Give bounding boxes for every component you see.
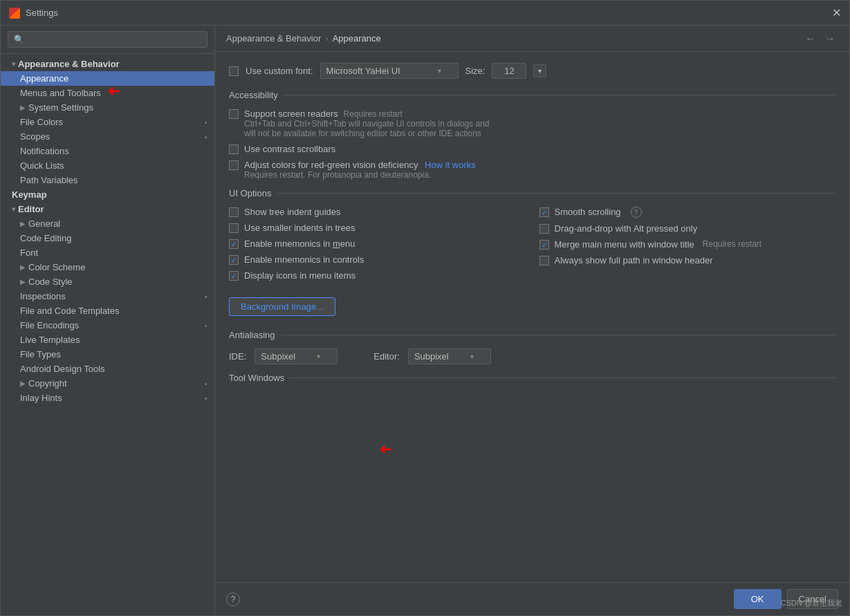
sidebar-item-color-scheme[interactable]: ▶ Color Scheme [1,260,214,274]
color-vision-label: Adjust colors for red-green vision defic… [244,160,418,170]
sidebar-item-scopes[interactable]: Scopes ▪ [1,129,214,144]
sidebar-item-file-encodings[interactable]: File Encodings ▪ [1,318,214,333]
full-path-label: Always show full path in window header [555,255,713,265]
sidebar-item-appearance[interactable]: Appearance [1,71,214,86]
editor-label: Editor: [373,351,400,362]
screen-readers-requires-restart: Requires restart [343,109,402,119]
sidebar-item-quick-lists[interactable]: Quick Lists [1,158,214,173]
sidebar-search-container [1,26,214,54]
ui-options-left: Show tree indent guides Use smaller inde… [229,207,526,286]
sidebar-item-label: Menus and Toolbars [20,88,101,98]
sidebar-item-copyright[interactable]: ▶ Copyright ▪ [1,376,214,391]
sidebar-item-label: Font [20,248,38,258]
drag-drop-label: Drag-and-drop with Alt pressed only [555,223,698,234]
ide-antialiasing-value: Subpixel [261,351,295,362]
size-input[interactable] [492,63,526,79]
nav-forward-button[interactable]: → [822,31,838,46]
merge-menu-note: Requires restart [703,239,761,249]
expand-arrow-copyright: ▶ [20,380,26,387]
ok-button[interactable]: OK [734,589,782,609]
scopes-icon: ▪ [205,133,207,141]
mnemonics-menu-label: Enable mnemonics in menu [244,239,355,249]
smooth-scrolling-checkbox[interactable] [539,207,549,217]
sidebar-item-file-types[interactable]: File Types [1,347,214,362]
smaller-indents-checkbox[interactable] [229,223,239,233]
tree-indent-row: Show tree indent guides [229,207,526,217]
expand-arrow-general: ▶ [20,220,26,227]
merge-menu-checkbox[interactable] [539,240,549,250]
sidebar-item-file-colors[interactable]: File Colors ▪ [1,115,214,129]
color-vision-row: Adjust colors for red-green vision defic… [229,160,835,180]
antialiasing-header: Antialiasing [229,330,835,340]
font-row: Use custom font: Microsoft YaHei UI ▾ Si… [229,63,835,79]
smooth-scrolling-help[interactable]: ? [631,207,642,218]
bg-image-container: Background Image... [229,292,835,321]
font-dropdown[interactable]: Microsoft YaHei UI ▾ [320,63,459,79]
background-image-button[interactable]: Background Image... [229,297,335,316]
color-vision-checkbox[interactable] [229,160,239,170]
sidebar-item-system-settings[interactable]: ▶ System Settings [1,100,214,115]
sidebar-item-code-style[interactable]: ▶ Code Style [1,274,214,289]
copyright-icon: ▪ [205,380,207,388]
sidebar-item-general[interactable]: ▶ General [1,216,214,231]
sidebar-item-notifications[interactable]: Notifications [1,144,214,158]
sidebar-item-path-variables[interactable]: Path Variables [1,173,214,187]
mnemonics-menu-checkbox[interactable] [229,239,239,249]
sidebar-item-label: General [28,218,60,229]
editor-antialiasing-dropdown[interactable]: Subpixel ▾ [408,348,491,364]
file-encodings-icon: ▪ [205,321,207,330]
sidebar-item-label: Path Variables [20,175,78,185]
collapse-arrow-editor: ▾ [12,205,15,213]
sidebar-tree: ▾ Appearance & Behavior Appearance Menus… [1,54,214,615]
sidebar-item-android-design-tools[interactable]: Android Design Tools [1,362,214,376]
accessibility-header: Accessibility [229,90,835,100]
mnemonics-menu-row: Enable mnemonics in menu [229,239,526,249]
drag-drop-checkbox[interactable] [539,224,549,234]
sidebar-item-inlay-hints[interactable]: Inlay Hints ▪ [1,391,214,405]
size-down-button[interactable]: ▾ [533,64,546,77]
inlay-hints-icon: ▪ [205,394,207,402]
expand-arrow-color: ▶ [20,263,26,271]
custom-font-checkbox[interactable] [229,66,239,76]
mnemonics-controls-checkbox[interactable] [229,255,239,265]
tree-indent-checkbox[interactable] [229,207,239,217]
contrast-scrollbars-label: Use contrast scrollbars [244,144,335,154]
help-button[interactable]: ? [226,592,240,606]
app-icon [9,8,20,19]
full-path-checkbox[interactable] [539,256,549,265]
search-input[interactable] [8,31,207,48]
sidebar-item-appearance-behavior[interactable]: ▾ Appearance & Behavior [1,57,214,71]
display-icons-label: Display icons in menu items [244,270,355,281]
size-label: Size: [465,66,486,76]
file-colors-icon: ▪ [205,118,207,127]
tree-indent-label: Show tree indent guides [244,207,340,217]
ui-options-header: UI Options [229,188,835,198]
display-icons-checkbox[interactable] [229,271,239,281]
nav-back-button[interactable]: ← [802,31,819,46]
close-button[interactable]: ✕ [832,6,841,19]
how-it-works-link[interactable]: How it works [425,160,476,170]
sidebar-item-font[interactable]: Font [1,245,214,260]
sidebar-item-menus-toolbars[interactable]: Menus and Toolbars [1,86,214,100]
sidebar-item-inspections[interactable]: Inspections ▪ [1,289,214,304]
sidebar-item-keymap[interactable]: Keymap [1,187,214,202]
sidebar-item-label: File Colors [20,117,63,127]
sidebar-item-live-templates[interactable]: Live Templates [1,333,214,347]
font-value: Microsoft YaHei UI [326,66,400,76]
ui-options-grid: Show tree indent guides Use smaller inde… [229,207,835,286]
sidebar-item-label: Android Design Tools [20,364,105,374]
window-title: Settings [26,8,832,18]
watermark: CSDN @君生我老 [781,598,842,608]
screen-readers-label: Support screen readers [244,109,338,119]
contrast-scrollbars-checkbox[interactable] [229,144,239,154]
screen-readers-note: Ctrl+Tab and Ctrl+Shift+Tab will navigat… [244,119,490,138]
sidebar-item-file-code-templates[interactable]: File and Code Templates [1,304,214,318]
antialiasing-row: IDE: Subpixel ▾ Editor: Subpixel ▾ [229,348,835,364]
editor-antialiasing-value: Subpixel [414,351,449,362]
sidebar-item-editor[interactable]: ▾ Editor [1,202,214,216]
ui-options-right: Smooth scrolling ? Drag-and-drop with Al… [539,207,836,286]
collapse-arrow: ▾ [12,60,15,68]
sidebar-item-code-editing[interactable]: Code Editing [1,231,214,245]
ide-antialiasing-dropdown[interactable]: Subpixel ▾ [255,348,338,364]
screen-readers-checkbox[interactable] [229,109,239,119]
